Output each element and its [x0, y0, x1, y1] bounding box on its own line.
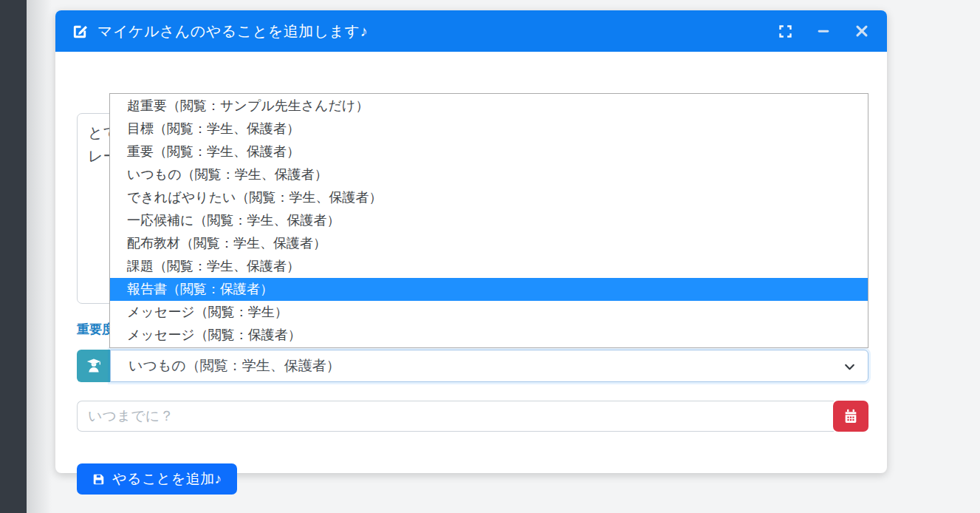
calendar-button[interactable] — [833, 401, 868, 432]
dropdown-option[interactable]: 課題（閲覧：学生、保護者） — [110, 255, 868, 278]
dropdown-option[interactable]: 一応候補に（閲覧：学生、保護者） — [110, 209, 868, 232]
dropdown-option[interactable]: メッセージ（閲覧：学生） — [110, 301, 868, 324]
chevron-down-icon — [843, 361, 856, 373]
minimize-icon[interactable] — [815, 22, 832, 40]
modal-title: マイケルさんのやることを追加します♪ — [97, 21, 368, 41]
dropdown-option[interactable]: 目標（閲覧：学生、保護者） — [110, 118, 868, 140]
user-graduate-icon — [77, 350, 110, 382]
category-select-row: いつもの（閲覧：学生、保護者） — [77, 350, 868, 382]
screen: マイケルさんのやることを追加します♪ とて — [0, 0, 980, 513]
close-icon[interactable] — [853, 22, 871, 40]
floppy-save-icon — [92, 472, 106, 486]
fullscreen-icon[interactable] — [776, 22, 794, 40]
due-date-input[interactable] — [77, 401, 834, 432]
left-sidebar — [0, 0, 27, 513]
dropdown-option[interactable]: いつもの（閲覧：学生、保護者） — [110, 163, 868, 186]
save-button[interactable]: やることを追加♪ — [77, 463, 237, 495]
add-todo-modal: マイケルさんのやることを追加します♪ とて — [55, 10, 887, 473]
modal-header: マイケルさんのやることを追加します♪ — [55, 10, 887, 52]
dropdown-option-selected[interactable]: 報告書（閲覧：保護者） — [110, 278, 868, 301]
category-select[interactable]: いつもの（閲覧：学生、保護者） — [110, 350, 868, 382]
calendar-icon — [843, 408, 859, 424]
category-select-value: いつもの（閲覧：学生、保護者） — [129, 356, 340, 376]
modal-body: とて レー 重要度 いつもの（閲覧：学生、保護者） — [55, 52, 887, 473]
dropdown-option[interactable]: 重要（閲覧：学生、保護者） — [110, 140, 868, 163]
window-controls — [776, 22, 871, 40]
dropdown-option[interactable]: メッセージ（閲覧：保護者） — [110, 324, 868, 347]
dropdown-option[interactable]: 超重要（閲覧：サンプル先生さんだけ） — [110, 95, 868, 118]
sidebar-shadow — [27, 0, 52, 513]
category-dropdown: 超重要（閲覧：サンプル先生さんだけ） 目標（閲覧：学生、保護者） 重要（閲覧：学… — [109, 93, 868, 348]
dropdown-option[interactable]: できればやりたい（閲覧：学生、保護者） — [110, 186, 868, 209]
due-date-row — [77, 401, 868, 432]
dropdown-option[interactable]: 配布教材（閲覧：学生、保護者） — [110, 232, 868, 255]
save-button-label: やることを追加♪ — [112, 469, 222, 489]
edit-icon — [72, 23, 89, 40]
